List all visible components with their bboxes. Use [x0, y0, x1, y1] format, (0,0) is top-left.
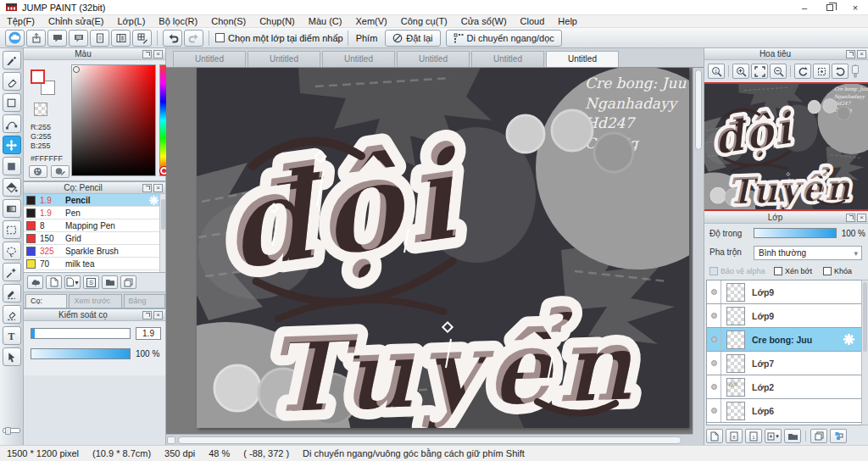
slider-thumb[interactable] — [852, 65, 859, 74]
duplicate-layer-button[interactable] — [810, 429, 827, 443]
close-icon[interactable]: × — [153, 184, 163, 192]
blend-mode-select[interactable]: Bình thường ▾ — [754, 246, 862, 260]
zoom-100-button[interactable]: 1 — [708, 64, 725, 79]
clip-checkbox[interactable]: Xén bớt — [774, 266, 812, 275]
zoom-in-button[interactable] — [732, 64, 749, 79]
horizontal-scrollbar[interactable] — [166, 434, 693, 445]
add-8bit-layer-button[interactable]: 8 — [726, 429, 743, 443]
brush-item[interactable]: 70 milk tea — [24, 258, 165, 270]
scrollbar-thumb[interactable] — [863, 282, 867, 352]
cloud-sync-button[interactable] — [5, 30, 25, 47]
duplicate-brush-button[interactable] — [120, 275, 136, 289]
menu-capture[interactable]: Chụp(N) — [253, 15, 302, 28]
document-tab[interactable]: Untitled — [248, 51, 320, 67]
navigator-thumbnail[interactable] — [704, 82, 868, 211]
fit-screen-button[interactable] — [751, 64, 768, 79]
add-layer-button[interactable] — [706, 429, 723, 443]
curve-tool[interactable] — [3, 114, 21, 133]
brush-settings-icon[interactable] — [149, 196, 159, 205]
document-tab[interactable]: Untitled — [471, 51, 544, 67]
rotate-left-button[interactable] — [794, 64, 811, 79]
menu-edit[interactable]: Chỉnh sửa(E) — [42, 15, 110, 28]
comment-panel-button[interactable] — [69, 30, 88, 47]
scrollbar-thumb[interactable] — [695, 69, 702, 150]
layer-row[interactable]: Lớp7 — [707, 352, 866, 375]
visibility-toggle[interactable] — [707, 280, 721, 303]
script-brush-button[interactable]: S — [83, 275, 99, 289]
minimize-button[interactable]: – — [792, 0, 817, 15]
lock-checkbox[interactable]: Khóa — [823, 266, 852, 275]
reset-button[interactable]: Đặt lại — [385, 30, 440, 47]
document-tab[interactable]: Untitled — [173, 51, 246, 67]
layer-row[interactable]: đội Lớp2 — [707, 375, 866, 399]
slider-thumb[interactable] — [5, 427, 11, 435]
add-1bit-layer-button[interactable]: 1 — [745, 429, 762, 443]
color-picker-cursor[interactable] — [73, 66, 80, 73]
select-eraser-tool[interactable] — [3, 305, 21, 324]
add-brush-button[interactable] — [46, 275, 62, 289]
select-lasso-tool[interactable] — [3, 242, 21, 260]
single-layer-checkbox[interactable] — [215, 33, 225, 42]
frame-tool[interactable] — [3, 93, 21, 112]
menu-cloud[interactable]: Cloud — [514, 15, 552, 28]
close-icon[interactable]: × — [153, 50, 163, 58]
scrollbar-button[interactable] — [167, 436, 175, 444]
tool-size-slider[interactable] — [3, 428, 20, 433]
layer-row[interactable]: Lớp9 — [707, 280, 866, 304]
scrollbar-thumb[interactable] — [178, 436, 682, 444]
document-tab[interactable]: Untitled — [397, 51, 470, 67]
menu-select[interactable]: Chọn(S) — [204, 15, 253, 28]
navigator-zoom-slider[interactable] — [854, 64, 857, 78]
menu-layer[interactable]: Lớp(L) — [110, 15, 152, 28]
eraser-tool[interactable] — [3, 72, 21, 91]
magic-wand-tool[interactable] — [3, 263, 21, 281]
visibility-toggle[interactable] — [707, 352, 721, 375]
visibility-toggle[interactable] — [707, 375, 721, 398]
popout-icon[interactable] — [846, 50, 855, 58]
menu-color[interactable]: Màu (C) — [302, 15, 349, 28]
popout-icon[interactable] — [846, 214, 855, 222]
layer-row-selected[interactable]: Cre bong: Juu — [707, 328, 866, 352]
visibility-toggle[interactable] — [707, 399, 721, 422]
close-icon[interactable]: × — [857, 50, 866, 58]
publish-button[interactable] — [26, 30, 46, 47]
saturation-value-picker[interactable] — [71, 64, 156, 176]
text-tool[interactable]: T — [3, 326, 21, 345]
comment-button[interactable] — [47, 30, 67, 47]
bucket-tool[interactable] — [3, 178, 21, 197]
vertical-scrollbar[interactable] — [693, 68, 704, 434]
layer-folder-button[interactable] — [784, 429, 801, 443]
tab-palette[interactable]: Bảng màu — [124, 294, 165, 308]
brush-item[interactable]: 8 Mapping Pen — [24, 219, 165, 232]
foreground-color-swatch[interactable] — [31, 69, 45, 84]
canvas[interactable]: Cre bong: Juu Nganhadayy Hd247 C s: Gg đ… — [197, 68, 689, 428]
menu-help[interactable]: Help — [551, 15, 584, 28]
close-icon[interactable]: × — [857, 214, 866, 222]
panel-layout-button[interactable] — [111, 30, 131, 47]
menu-tools[interactable]: Công cụ(T) — [394, 15, 454, 28]
move-direction-button[interactable]: Di chuyển ngang/dọc — [446, 30, 562, 47]
palette-edit-button[interactable] — [132, 30, 152, 47]
add-brush-menu-button[interactable]: ▾ — [64, 275, 81, 289]
layer-list-scrollbar[interactable] — [861, 280, 868, 425]
restore-button[interactable] — [817, 0, 843, 15]
layer-row[interactable]: Lớp6 — [707, 399, 866, 423]
palette-add-button[interactable] — [29, 165, 47, 178]
layer-opacity-slider[interactable] — [754, 228, 837, 238]
rotate-right-button[interactable] — [832, 64, 849, 79]
brush-list-scrollbar[interactable] — [159, 194, 165, 273]
redo-button[interactable] — [184, 30, 203, 47]
brush-item[interactable]: 1.9 Pencil — [24, 194, 165, 207]
palette-edit-button[interactable] — [51, 165, 70, 178]
shape-tool[interactable] — [3, 157, 21, 175]
brush-folder-button[interactable] — [102, 275, 118, 289]
visibility-toggle[interactable] — [707, 328, 721, 351]
undo-button[interactable] — [163, 30, 182, 47]
select-pen-tool[interactable] — [3, 284, 21, 303]
close-button[interactable]: × — [843, 0, 868, 15]
brush-item[interactable]: 325 Sparkle Brush — [24, 245, 165, 258]
brush-size-value[interactable]: 1.9 — [136, 327, 161, 340]
protect-alpha-checkbox[interactable]: Bảo vệ alpha — [709, 266, 765, 275]
menu-window[interactable]: Cửa sổ(W) — [454, 15, 514, 28]
popout-icon[interactable] — [142, 311, 152, 319]
